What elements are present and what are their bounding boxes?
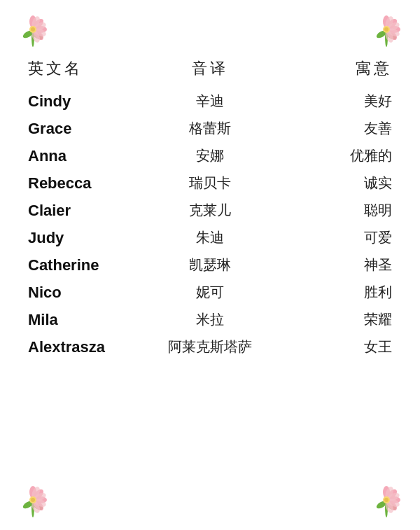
cell-english-name: Cindy xyxy=(21,92,147,111)
cell-meaning: 优雅的 xyxy=(273,146,399,165)
svg-point-25 xyxy=(384,27,388,32)
top-right-flower-icon xyxy=(368,11,406,49)
bottom-border xyxy=(14,481,406,519)
header-meaning: 寓意 xyxy=(273,58,399,79)
names-table: 英文名 音译 寓意 Cindy辛迪美好Grace格蕾斯友善Anna安娜优雅的Re… xyxy=(14,53,406,477)
svg-point-51 xyxy=(384,498,388,502)
table-row: Mila米拉荣耀 xyxy=(21,306,399,333)
top-border xyxy=(14,11,406,49)
cell-phonetic: 安娜 xyxy=(147,146,273,165)
cell-english-name: Nico xyxy=(21,284,147,302)
table-row: Nico妮可胜利 xyxy=(21,279,399,306)
cell-english-name: Claier xyxy=(21,202,147,220)
table-header: 英文名 音译 寓意 xyxy=(21,53,399,88)
table-row: Catherine凯瑟琳神圣 xyxy=(21,251,399,279)
svg-point-38 xyxy=(31,498,35,502)
page-container: 英文名 音译 寓意 Cindy辛迪美好Grace格蕾斯友善Anna安娜优雅的Re… xyxy=(0,0,420,530)
table-row: Grace格蕾斯友善 xyxy=(21,115,399,142)
cell-phonetic: 克莱儿 xyxy=(147,201,273,220)
cell-phonetic: 米拉 xyxy=(147,310,273,329)
cell-phonetic: 凯瑟琳 xyxy=(147,256,273,274)
cell-meaning: 友善 xyxy=(273,119,399,138)
cell-english-name: Mila xyxy=(21,311,147,329)
table-row: Alextrasza阿莱克斯塔萨女王 xyxy=(21,333,399,361)
bottom-right-flower-icon xyxy=(368,481,406,519)
cell-meaning: 美好 xyxy=(273,92,399,111)
table-row: Anna安娜优雅的 xyxy=(21,142,399,169)
table-row: Rebecca瑞贝卡诚实 xyxy=(21,169,399,197)
cell-meaning: 女王 xyxy=(273,337,399,356)
table-row: Claier克莱儿聪明 xyxy=(21,197,399,224)
table-row: Cindy辛迪美好 xyxy=(21,88,399,115)
cell-meaning: 荣耀 xyxy=(273,310,399,329)
header-english: 英文名 xyxy=(21,58,147,79)
cell-phonetic: 阿莱克斯塔萨 xyxy=(147,337,273,356)
bottom-left-flower-icon xyxy=(14,481,52,519)
cell-meaning: 胜利 xyxy=(273,283,399,302)
cell-english-name: Catherine xyxy=(21,256,147,274)
cell-phonetic: 辛迪 xyxy=(147,92,273,111)
cell-phonetic: 瑞贝卡 xyxy=(147,174,273,193)
cell-meaning: 神圣 xyxy=(273,256,399,274)
svg-point-12 xyxy=(31,27,35,32)
cell-meaning: 聪明 xyxy=(273,201,399,220)
cell-phonetic: 妮可 xyxy=(147,283,273,302)
cell-meaning: 诚实 xyxy=(273,174,399,193)
table-row: Judy朱迪可爱 xyxy=(21,224,399,251)
cell-english-name: Grace xyxy=(21,120,147,138)
header-phonetic: 音译 xyxy=(147,58,273,79)
cell-english-name: Rebecca xyxy=(21,174,147,193)
cell-english-name: Alextrasza xyxy=(21,338,147,356)
top-left-flower-icon xyxy=(14,11,52,49)
cell-meaning: 可爱 xyxy=(273,228,399,247)
cell-english-name: Anna xyxy=(21,147,147,165)
cell-english-name: Judy xyxy=(21,229,147,247)
cell-phonetic: 格蕾斯 xyxy=(147,119,273,138)
cell-phonetic: 朱迪 xyxy=(147,228,273,247)
table-body: Cindy辛迪美好Grace格蕾斯友善Anna安娜优雅的Rebecca瑞贝卡诚实… xyxy=(21,88,399,361)
